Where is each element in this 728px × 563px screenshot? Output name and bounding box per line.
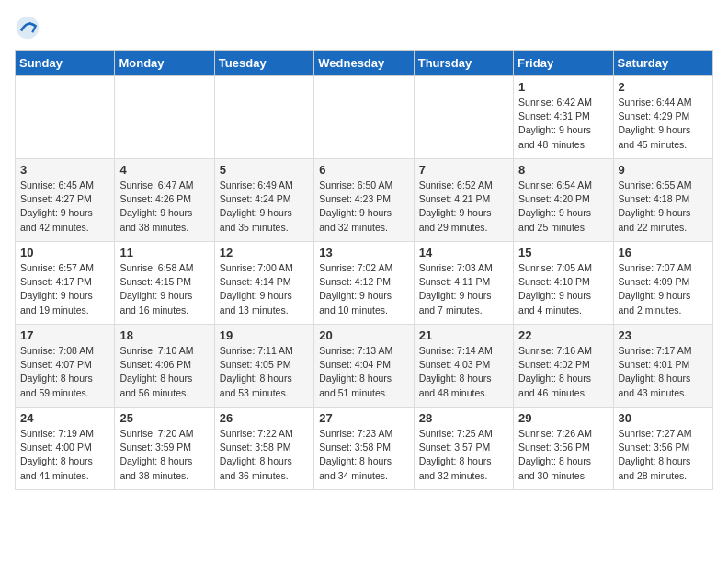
calendar-cell: 11Sunrise: 6:58 AM Sunset: 4:15 PM Dayli…: [115, 242, 214, 325]
day-number: 26: [220, 411, 309, 425]
day-number: 4: [119, 163, 209, 177]
calendar-cell: [214, 76, 313, 159]
calendar-body: 1Sunrise: 6:42 AM Sunset: 4:31 PM Daylig…: [16, 76, 713, 490]
day-info: Sunrise: 6:47 AM Sunset: 4:26 PM Dayligh…: [119, 178, 209, 235]
day-number: 10: [20, 246, 109, 259]
day-info: Sunrise: 7:20 AM Sunset: 3:59 PM Dayligh…: [119, 427, 209, 483]
calendar-cell: 17Sunrise: 7:08 AM Sunset: 4:07 PM Dayli…: [16, 325, 115, 408]
calendar-cell: 4Sunrise: 6:47 AM Sunset: 4:26 PM Daylig…: [115, 159, 214, 242]
calendar-cell: 2Sunrise: 6:44 AM Sunset: 4:29 PM Daylig…: [613, 76, 712, 159]
calendar-header-row: SundayMondayTuesdayWednesdayThursdayFrid…: [16, 51, 713, 76]
day-header-wednesday: Wednesday: [314, 51, 414, 76]
day-number: 11: [119, 246, 209, 259]
calendar-week-2: 3Sunrise: 6:45 AM Sunset: 4:27 PM Daylig…: [16, 159, 713, 242]
calendar-cell: [115, 76, 214, 159]
day-info: Sunrise: 6:58 AM Sunset: 4:15 PM Dayligh…: [119, 261, 209, 317]
calendar-week-1: 1Sunrise: 6:42 AM Sunset: 4:31 PM Daylig…: [16, 76, 713, 159]
day-info: Sunrise: 6:42 AM Sunset: 4:31 PM Dayligh…: [518, 96, 608, 152]
day-info: Sunrise: 7:23 AM Sunset: 3:58 PM Dayligh…: [319, 427, 408, 483]
calendar-cell: 14Sunrise: 7:03 AM Sunset: 4:11 PM Dayli…: [414, 242, 513, 325]
day-info: Sunrise: 7:10 AM Sunset: 4:06 PM Dayligh…: [119, 344, 209, 400]
day-info: Sunrise: 7:11 AM Sunset: 4:05 PM Dayligh…: [220, 344, 309, 400]
day-info: Sunrise: 7:19 AM Sunset: 4:00 PM Dayligh…: [20, 427, 109, 483]
day-info: Sunrise: 7:00 AM Sunset: 4:14 PM Dayligh…: [220, 261, 309, 317]
calendar-cell: 30Sunrise: 7:27 AM Sunset: 3:56 PM Dayli…: [613, 408, 712, 490]
calendar-cell: 23Sunrise: 7:17 AM Sunset: 4:01 PM Dayli…: [613, 325, 712, 408]
day-number: 22: [518, 328, 608, 342]
calendar-cell: 6Sunrise: 6:50 AM Sunset: 4:23 PM Daylig…: [314, 159, 414, 242]
day-info: Sunrise: 6:55 AM Sunset: 4:18 PM Dayligh…: [619, 178, 708, 235]
day-info: Sunrise: 7:08 AM Sunset: 4:07 PM Dayligh…: [20, 344, 109, 400]
day-number: 7: [419, 163, 508, 177]
day-header-sunday: Sunday: [16, 51, 115, 76]
day-number: 27: [319, 411, 408, 425]
calendar-week-5: 24Sunrise: 7:19 AM Sunset: 4:00 PM Dayli…: [16, 408, 713, 490]
calendar-cell: 7Sunrise: 6:52 AM Sunset: 4:21 PM Daylig…: [414, 159, 513, 242]
day-number: 1: [518, 80, 608, 94]
calendar-cell: 8Sunrise: 6:54 AM Sunset: 4:20 PM Daylig…: [514, 159, 613, 242]
calendar-cell: 12Sunrise: 7:00 AM Sunset: 4:14 PM Dayli…: [214, 242, 313, 325]
day-number: 28: [419, 411, 508, 425]
header: [15, 15, 713, 40]
day-header-thursday: Thursday: [414, 51, 513, 76]
day-info: Sunrise: 6:54 AM Sunset: 4:20 PM Dayligh…: [518, 178, 608, 235]
calendar-cell: 28Sunrise: 7:25 AM Sunset: 3:57 PM Dayli…: [414, 408, 513, 490]
day-number: 12: [220, 246, 309, 259]
day-header-saturday: Saturday: [613, 51, 712, 76]
day-number: 5: [220, 163, 309, 177]
logo-icon: [15, 15, 40, 40]
day-number: 16: [619, 246, 708, 259]
calendar-cell: 18Sunrise: 7:10 AM Sunset: 4:06 PM Dayli…: [115, 325, 214, 408]
calendar-cell: 21Sunrise: 7:14 AM Sunset: 4:03 PM Dayli…: [414, 325, 513, 408]
calendar-cell: 29Sunrise: 7:26 AM Sunset: 3:56 PM Dayli…: [514, 408, 613, 490]
day-header-monday: Monday: [115, 51, 214, 76]
calendar-week-4: 17Sunrise: 7:08 AM Sunset: 4:07 PM Dayli…: [16, 325, 713, 408]
calendar-cell: 13Sunrise: 7:02 AM Sunset: 4:12 PM Dayli…: [314, 242, 414, 325]
day-number: 20: [319, 328, 408, 342]
day-info: Sunrise: 6:52 AM Sunset: 4:21 PM Dayligh…: [419, 178, 508, 235]
day-info: Sunrise: 6:57 AM Sunset: 4:17 PM Dayligh…: [20, 261, 109, 317]
day-number: 23: [619, 328, 708, 342]
day-info: Sunrise: 6:49 AM Sunset: 4:24 PM Dayligh…: [220, 178, 309, 235]
calendar-cell: 26Sunrise: 7:22 AM Sunset: 3:58 PM Dayli…: [214, 408, 313, 490]
day-number: 3: [20, 163, 109, 177]
day-number: 9: [619, 163, 708, 177]
calendar-cell: [16, 76, 115, 159]
calendar-cell: 25Sunrise: 7:20 AM Sunset: 3:59 PM Dayli…: [115, 408, 214, 490]
day-info: Sunrise: 7:26 AM Sunset: 3:56 PM Dayligh…: [518, 427, 608, 483]
day-number: 17: [20, 328, 109, 342]
day-number: 2: [619, 80, 708, 94]
day-number: 19: [220, 328, 309, 342]
day-info: Sunrise: 6:44 AM Sunset: 4:29 PM Dayligh…: [619, 96, 708, 152]
day-info: Sunrise: 7:02 AM Sunset: 4:12 PM Dayligh…: [319, 261, 408, 317]
day-number: 21: [419, 328, 508, 342]
day-info: Sunrise: 7:22 AM Sunset: 3:58 PM Dayligh…: [220, 427, 309, 483]
calendar-cell: 3Sunrise: 6:45 AM Sunset: 4:27 PM Daylig…: [16, 159, 115, 242]
day-number: 14: [419, 246, 508, 259]
calendar-cell: 16Sunrise: 7:07 AM Sunset: 4:09 PM Dayli…: [613, 242, 712, 325]
day-header-tuesday: Tuesday: [214, 51, 313, 76]
day-info: Sunrise: 7:13 AM Sunset: 4:04 PM Dayligh…: [319, 344, 408, 400]
day-info: Sunrise: 7:25 AM Sunset: 3:57 PM Dayligh…: [419, 427, 508, 483]
calendar-cell: 9Sunrise: 6:55 AM Sunset: 4:18 PM Daylig…: [613, 159, 712, 242]
day-number: 8: [518, 163, 608, 177]
calendar-cell: 27Sunrise: 7:23 AM Sunset: 3:58 PM Dayli…: [314, 408, 414, 490]
calendar-cell: [414, 76, 513, 159]
calendar-cell: 5Sunrise: 6:49 AM Sunset: 4:24 PM Daylig…: [214, 159, 313, 242]
day-number: 24: [20, 411, 109, 425]
calendar-cell: [314, 76, 414, 159]
calendar-cell: 24Sunrise: 7:19 AM Sunset: 4:00 PM Dayli…: [16, 408, 115, 490]
day-number: 18: [119, 328, 209, 342]
day-info: Sunrise: 6:45 AM Sunset: 4:27 PM Dayligh…: [20, 178, 109, 235]
calendar-cell: 10Sunrise: 6:57 AM Sunset: 4:17 PM Dayli…: [16, 242, 115, 325]
calendar-cell: 19Sunrise: 7:11 AM Sunset: 4:05 PM Dayli…: [214, 325, 313, 408]
day-info: Sunrise: 7:03 AM Sunset: 4:11 PM Dayligh…: [419, 261, 508, 317]
day-number: 13: [319, 246, 408, 259]
day-number: 6: [319, 163, 408, 177]
calendar-cell: 15Sunrise: 7:05 AM Sunset: 4:10 PM Dayli…: [514, 242, 613, 325]
day-info: Sunrise: 7:16 AM Sunset: 4:02 PM Dayligh…: [518, 344, 608, 400]
day-info: Sunrise: 7:07 AM Sunset: 4:09 PM Dayligh…: [619, 261, 708, 317]
day-number: 30: [619, 411, 708, 425]
day-info: Sunrise: 7:14 AM Sunset: 4:03 PM Dayligh…: [419, 344, 508, 400]
calendar-cell: 20Sunrise: 7:13 AM Sunset: 4:04 PM Dayli…: [314, 325, 414, 408]
